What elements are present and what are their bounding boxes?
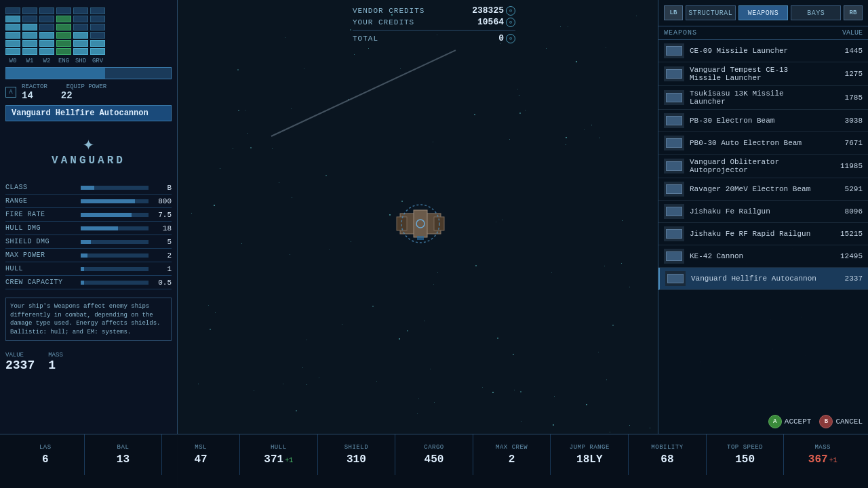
weapon-icon	[664, 204, 684, 219]
bottom-stat-item: MAX CREW2	[473, 434, 551, 475]
weapon-list-item[interactable]: PB-30 Electron Beam3038	[658, 110, 868, 132]
weapon-item-name: Jishaku Fe RF Rapid Railgun	[690, 230, 820, 238]
weapon-item-name: Jishaku Fe Railgun	[690, 207, 820, 216]
weapon-stats-table: CLASS B RANGE 800 FIRE RATE 7.5 HULL DMG…	[0, 178, 177, 292]
total-credits-label: TOTAL	[353, 35, 450, 43]
vendor-credits-value: 238325	[450, 5, 504, 16]
stat-shield-dmg-label: SHIELD DMG	[5, 238, 78, 245]
tab-weapons[interactable]: WEAPONS	[738, 5, 789, 20]
bottom-stat-value: 13	[117, 453, 130, 466]
bottom-stat-delta: +1	[285, 457, 293, 464]
bottom-stat-label: LAS	[39, 444, 52, 451]
total-credits-row: TOTAL 0 ⊙	[353, 33, 515, 43]
weapon-icon	[664, 113, 684, 128]
weapons-list-header: WEAPONS VALUE	[658, 26, 868, 40]
weapon-item-name: PB0-30 Auto Electron Beam	[690, 139, 820, 147]
mass-number: 1	[48, 359, 56, 372]
bottom-stat-value: 310	[347, 453, 366, 466]
weapon-list-item[interactable]: Vanguard Hellfire Autocannon2337	[658, 268, 868, 290]
brand-logo-area: ✦ VANGUARD	[0, 124, 177, 178]
rb-button[interactable]: RB	[844, 5, 863, 20]
bottom-stat-label: MSL	[195, 444, 207, 451]
weapons-list: CE-09 Missile Launcher1445Vanguard Tempe…	[658, 40, 868, 290]
weapon-item-value: 8096	[825, 207, 863, 216]
stat-crew-capacity: CREW CAPACITY 0.5	[5, 276, 172, 289]
tab-structural[interactable]: STRUCTURAL	[686, 5, 736, 20]
bottom-stat-item: MOBILITY68	[629, 434, 707, 475]
weapon-icon	[664, 159, 684, 174]
bottom-stat-value: 68	[660, 453, 673, 466]
stat-hull-dmg: HULL DMG 18	[5, 222, 172, 235]
ship-sprite	[380, 197, 461, 251]
power-bar-shd: SHD	[73, 7, 88, 64]
stat-crew-label: CREW CAPACITY	[5, 279, 78, 286]
equip-power-value: 22	[61, 90, 106, 101]
weapon-list-item[interactable]: Vanguard Tempest CE-13 Missile Launcher1…	[658, 62, 868, 86]
weapon-list-item[interactable]: Jishaku Fe RF Rapid Railgun15215	[658, 223, 868, 245]
bottom-stat-label: MASS	[814, 444, 831, 451]
bottom-stat-item: MSL47	[162, 434, 240, 475]
lb-button[interactable]: LB	[664, 5, 683, 20]
svg-rect-1	[414, 210, 427, 237]
weapon-item-name: Ravager 20MeV Electron Beam	[690, 185, 820, 193]
accept-button[interactable]: A ACCEPT	[768, 415, 812, 428]
bottom-stat-value: 450	[425, 453, 444, 466]
reactor-label: REACTOR	[22, 83, 47, 90]
stat-fire-rate-label: FIRE RATE	[5, 211, 78, 218]
bottom-stat-item: TOP SPEED150	[707, 434, 785, 475]
weapon-item-value: 1275	[825, 70, 863, 78]
weapon-icon	[664, 249, 684, 264]
bottom-stats-bar: LAS6BAL13MSL47HULL371+1SHIELD310CARGO450…	[0, 434, 868, 488]
weapon-list-item[interactable]: Tsukisasu 13K Missile Launcher1785	[658, 86, 868, 110]
equip-power-label: EQUIP POWER	[66, 83, 106, 90]
bottom-stat-item: CARGO450	[395, 434, 473, 475]
vanguard-logo: ✦ VANGUARD	[52, 136, 125, 167]
credits-divider	[353, 30, 515, 30]
weapon-list-item[interactable]: PB0-30 Auto Electron Beam7671	[658, 132, 868, 155]
bottom-stat-value: 371	[264, 453, 283, 466]
stat-hull-dmg-label: HULL DMG	[5, 224, 78, 232]
item-value: VALUE 2337	[5, 352, 35, 372]
stat-class-value: B	[151, 184, 172, 192]
weapon-item-value: 7671	[825, 139, 863, 147]
bottom-stat-item: MASS367+1	[784, 434, 861, 475]
bottom-stat-value: 6	[42, 453, 49, 466]
stat-range: RANGE 800	[5, 195, 172, 208]
value-number: 2337	[5, 359, 35, 372]
stat-max-power-label: MAX POWER	[5, 251, 78, 259]
weapons-col-header: WEAPONS	[664, 29, 822, 37]
stat-fire-rate-value: 7.5	[151, 211, 172, 219]
bar-label-w1: W1	[26, 58, 34, 64]
stat-hull-label: HULL	[5, 265, 78, 272]
weapon-list-item[interactable]: Ravager 20MeV Electron Beam5291	[658, 178, 868, 201]
power-bar-grv: GRV	[90, 7, 105, 64]
weapon-item-value: 2337	[825, 274, 863, 283]
cancel-button[interactable]: B CANCEL	[819, 415, 863, 428]
accept-label: ACCEPT	[785, 418, 812, 426]
weapon-list-item[interactable]: Jishaku Fe Railgun8096	[658, 201, 868, 223]
accept-circle: A	[768, 415, 782, 428]
cancel-label: CANCEL	[835, 418, 863, 426]
value-col-header: VALUE	[822, 29, 863, 37]
bottom-stat-value: 2	[509, 453, 515, 466]
stat-class-label: CLASS	[5, 184, 78, 191]
left-panel: W0 W1 W2	[0, 0, 178, 488]
weapon-list-item[interactable]: CE-09 Missile Launcher1445	[658, 40, 868, 62]
weapon-item-name: KE-42 Cannon	[690, 252, 820, 260]
weapon-list-item[interactable]: Vanguard Obliterator Autoprojector11985	[658, 155, 868, 178]
vanguard-star-icon: ✦	[52, 136, 125, 155]
bottom-stat-delta: +1	[829, 457, 837, 464]
weapon-icon	[664, 182, 684, 197]
weapon-icon	[664, 43, 684, 58]
weapon-item-name: PB-30 Electron Beam	[690, 117, 820, 125]
stat-range-value: 800	[151, 197, 172, 205]
stat-class: CLASS B	[5, 181, 172, 195]
item-mass: MASS 1	[48, 352, 63, 372]
weapon-icon	[664, 136, 684, 150]
weapon-item-value: 11985	[825, 162, 863, 170]
total-credits-value: 0	[450, 33, 504, 43]
bottom-stat-label: CARGO	[424, 444, 444, 451]
total-credits-icon: ⊙	[506, 34, 515, 43]
weapon-list-item[interactable]: KE-42 Cannon12495	[658, 245, 868, 268]
tab-bays[interactable]: BAYS	[791, 5, 841, 20]
